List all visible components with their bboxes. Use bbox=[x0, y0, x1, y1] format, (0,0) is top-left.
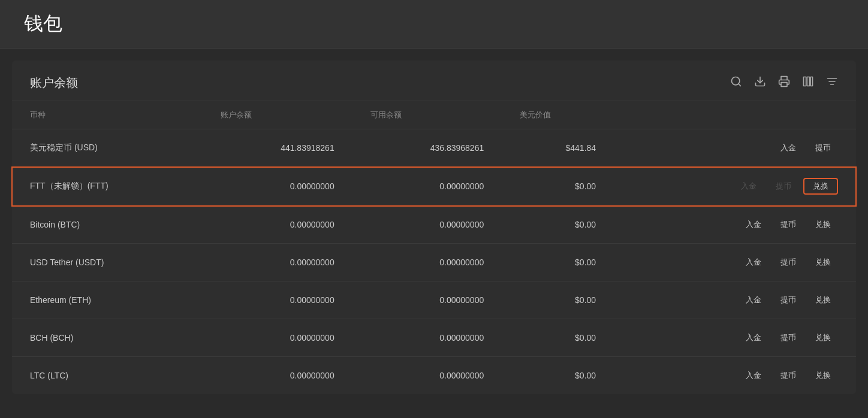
cell-balance: 0.00000000 bbox=[203, 319, 352, 357]
filter-icon[interactable] bbox=[826, 75, 838, 90]
cell-available: 436.83968261 bbox=[352, 129, 502, 167]
section-title: 账户余额 bbox=[30, 75, 78, 91]
cell-usd-value: $0.00 bbox=[502, 206, 614, 244]
withdraw-button[interactable]: 提币 bbox=[773, 255, 803, 270]
svg-rect-6 bbox=[810, 77, 812, 86]
cell-actions: 入金提币兑换 bbox=[614, 319, 856, 357]
withdraw-button[interactable]: 提币 bbox=[773, 330, 803, 346]
cell-balance: 0.00000000 bbox=[203, 357, 352, 395]
withdraw-button[interactable]: 提币 bbox=[773, 217, 803, 232]
cell-currency: FTT（未解锁）(FTT) bbox=[12, 167, 203, 206]
cell-available: 0.00000000 bbox=[352, 244, 502, 281]
page-title: 钱包 bbox=[24, 13, 62, 34]
table-row: Bitcoin (BTC)0.000000000.00000000$0.00入金… bbox=[12, 206, 856, 244]
cell-balance: 441.83918261 bbox=[203, 129, 352, 167]
cell-available: 0.00000000 bbox=[352, 167, 502, 206]
exchange-button[interactable]: 兑换 bbox=[803, 178, 838, 195]
exchange-button[interactable]: 兑换 bbox=[808, 255, 838, 270]
page-header: 钱包 bbox=[0, 0, 868, 49]
cell-usd-value: $0.00 bbox=[502, 281, 614, 319]
cell-balance: 0.00000000 bbox=[203, 167, 352, 206]
cell-actions: 入金提币兑换 bbox=[614, 281, 856, 319]
download-icon[interactable] bbox=[754, 75, 766, 90]
exchange-button[interactable]: 兑换 bbox=[808, 368, 838, 383]
deposit-button[interactable]: 入金 bbox=[739, 368, 768, 383]
table-row: BCH (BCH)0.000000000.00000000$0.00入金提币兑换 bbox=[12, 319, 856, 357]
deposit-button[interactable]: 入金 bbox=[739, 292, 768, 308]
section-header: 账户余额 bbox=[12, 60, 856, 101]
svg-rect-5 bbox=[807, 77, 809, 86]
table-row: USD Tether (USDT)0.000000000.00000000$0.… bbox=[12, 244, 856, 281]
svg-line-1 bbox=[739, 84, 741, 86]
cell-currency: 美元稳定币 (USD) bbox=[12, 129, 203, 167]
cell-usd-value: $0.00 bbox=[502, 319, 614, 357]
cell-actions: 入金提币兑换 bbox=[614, 167, 856, 206]
columns-icon[interactable] bbox=[802, 75, 814, 90]
cell-actions: 入金提币兑换 bbox=[614, 244, 856, 281]
cell-available: 0.00000000 bbox=[352, 206, 502, 244]
svg-rect-3 bbox=[781, 83, 787, 87]
cell-available: 0.00000000 bbox=[352, 281, 502, 319]
cell-actions: 入金提币 bbox=[614, 129, 856, 167]
deposit-button[interactable]: 入金 bbox=[739, 330, 768, 346]
cell-currency: LTC (LTC) bbox=[12, 357, 203, 395]
cell-actions: 入金提币兑换 bbox=[614, 206, 856, 244]
table-row: 美元稳定币 (USD)441.83918261436.83968261$441.… bbox=[12, 129, 856, 167]
cell-actions: 入金提币兑换 bbox=[614, 357, 856, 395]
deposit-button[interactable]: 入金 bbox=[773, 140, 803, 156]
cell-available: 0.00000000 bbox=[352, 357, 502, 395]
cell-currency: BCH (BCH) bbox=[12, 319, 203, 357]
balance-table: 币种 账户余额 可用余额 美元价值 美元稳定币 (USD)441.8391826… bbox=[12, 101, 856, 394]
header-balance: 账户余额 bbox=[203, 101, 352, 129]
search-icon[interactable] bbox=[730, 75, 742, 90]
cell-balance: 0.00000000 bbox=[203, 281, 352, 319]
toolbar-icons bbox=[730, 75, 838, 90]
withdraw-button[interactable]: 提币 bbox=[773, 368, 803, 383]
exchange-button[interactable]: 兑换 bbox=[808, 292, 838, 308]
cell-balance: 0.00000000 bbox=[203, 206, 352, 244]
deposit-button[interactable]: 入金 bbox=[739, 255, 768, 270]
table-header: 币种 账户余额 可用余额 美元价值 bbox=[12, 101, 856, 129]
main-content: 账户余额 bbox=[12, 60, 856, 394]
cell-balance: 0.00000000 bbox=[203, 244, 352, 281]
cell-usd-value: $0.00 bbox=[502, 167, 614, 206]
table-row: LTC (LTC)0.000000000.00000000$0.00入金提币兑换 bbox=[12, 357, 856, 395]
cell-usd-value: $441.84 bbox=[502, 129, 614, 167]
header-currency: 币种 bbox=[12, 101, 203, 129]
withdraw-button[interactable]: 提币 bbox=[773, 292, 803, 308]
deposit-button[interactable]: 入金 bbox=[739, 217, 768, 232]
withdraw-button[interactable]: 提币 bbox=[808, 140, 838, 156]
header-usd-value: 美元价值 bbox=[502, 101, 614, 129]
header-available: 可用余额 bbox=[352, 101, 502, 129]
table-row: FTT（未解锁）(FTT)0.000000000.00000000$0.00入金… bbox=[12, 167, 856, 206]
cell-usd-value: $0.00 bbox=[502, 244, 614, 281]
cell-available: 0.00000000 bbox=[352, 319, 502, 357]
exchange-button[interactable]: 兑换 bbox=[808, 217, 838, 232]
cell-currency: Bitcoin (BTC) bbox=[12, 206, 203, 244]
withdraw-button: 提币 bbox=[768, 178, 798, 194]
header-actions bbox=[614, 101, 856, 129]
table-row: Ethereum (ETH)0.000000000.00000000$0.00入… bbox=[12, 281, 856, 319]
svg-rect-4 bbox=[804, 77, 806, 86]
print-icon[interactable] bbox=[778, 75, 790, 90]
cell-currency: Ethereum (ETH) bbox=[12, 281, 203, 319]
exchange-button[interactable]: 兑换 bbox=[808, 330, 838, 346]
deposit-button: 入金 bbox=[734, 178, 764, 194]
cell-usd-value: $0.00 bbox=[502, 357, 614, 395]
cell-currency: USD Tether (USDT) bbox=[12, 244, 203, 281]
